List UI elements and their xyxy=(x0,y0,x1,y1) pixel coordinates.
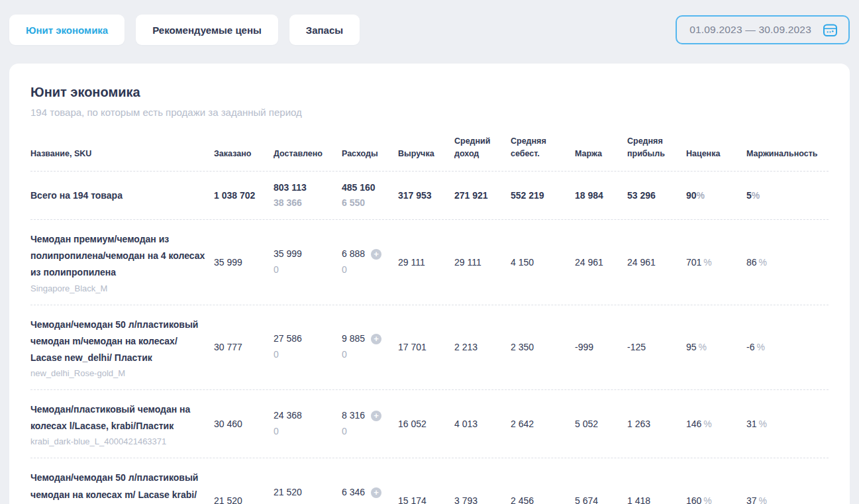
percent-sign: % xyxy=(697,190,705,201)
cell-avg-profit: -125 xyxy=(627,342,686,352)
cell-delivered: 21 520 0 xyxy=(274,485,342,504)
percent-sign: % xyxy=(759,257,767,268)
cell-ordered: 30 777 xyxy=(214,342,274,352)
totals-avg-cost: 552 219 xyxy=(511,190,575,201)
product-cell: Чемодан/пластиковый чемодан на колесах l… xyxy=(30,401,214,446)
percent-sign: % xyxy=(759,495,767,504)
header-avg-cost: Средняя себест. xyxy=(511,135,575,161)
totals-delivered-main: 803 113 xyxy=(274,180,335,195)
cell-avg-cost: 2 456 xyxy=(511,495,575,504)
totals-delivered-sub: 38 366 xyxy=(274,195,335,211)
header-avg-profit: Средняя прибыль xyxy=(627,135,686,161)
header-margin: Маржа xyxy=(575,148,627,160)
add-expense-icon[interactable]: + xyxy=(371,334,381,344)
cell-marginality: 31% xyxy=(746,419,829,429)
percent-sign: % xyxy=(756,342,764,352)
totals-marginality: 5% xyxy=(746,190,829,201)
product-name: Чемодан/чемодан 50 л/пластиковый чемодан… xyxy=(30,470,207,504)
cell-avg-cost: 4 150 xyxy=(511,257,575,268)
cell-avg-income: 2 213 xyxy=(454,342,511,352)
percent-sign: % xyxy=(759,419,767,429)
cell-markup: 146% xyxy=(686,419,746,429)
cell-ordered: 35 999 xyxy=(214,257,274,268)
cell-expenses: 6 346+ 0 xyxy=(342,485,398,504)
header-avg-income: Средний доход xyxy=(454,135,511,161)
tab-bar: Юнит экономика Рекомендуемые цены Запасы xyxy=(9,15,360,45)
cell-markup: 95% xyxy=(686,342,746,352)
cell-revenue: 15 174 xyxy=(398,495,454,504)
product-name: Чемодан/пластиковый чемодан на колесах l… xyxy=(30,401,207,434)
product-cell: Чемодан премиум/чемодан из полипропилена… xyxy=(30,231,214,293)
cell-marginality: 37% xyxy=(746,495,829,504)
cell-markup: 160% xyxy=(686,495,746,504)
table-totals-row: Всего на 194 товара 1 038 702 803 113 38… xyxy=(30,172,829,220)
tab-unit-economics[interactable]: Юнит экономика xyxy=(9,15,125,45)
product-cell: Чемодан/чемодан 50 л/пластиковый чемодан… xyxy=(30,317,214,379)
cell-avg-income: 4 013 xyxy=(454,419,511,429)
totals-avg-profit: 53 296 xyxy=(627,190,686,201)
totals-expenses: 485 160 6 550 xyxy=(342,180,398,211)
cell-revenue: 17 701 xyxy=(398,342,454,352)
percent-sign: % xyxy=(752,190,760,201)
date-range-value: 01.09.2023 — 30.09.2023 xyxy=(689,24,811,36)
product-sku: krabi_dark-blue_L_4000421463371 xyxy=(30,436,207,446)
cell-margin: 5 052 xyxy=(575,419,627,429)
cell-avg-cost: 2 642 xyxy=(511,419,575,429)
product-name: Чемодан/чемодан 50 л/пластиковый чемодан… xyxy=(30,317,207,367)
header-delivered: Доставлено xyxy=(274,148,342,160)
page-title: Юнит экономика xyxy=(30,85,829,100)
cell-avg-income: 29 111 xyxy=(454,257,511,268)
add-expense-icon[interactable]: + xyxy=(371,487,381,498)
cell-revenue: 29 111 xyxy=(398,257,454,268)
tab-recommended-prices[interactable]: Рекомендуемые цены xyxy=(136,15,278,45)
percent-sign: % xyxy=(703,419,711,429)
unit-economics-table: Название, SKU Заказано Доставлено Расход… xyxy=(30,135,829,504)
cell-margin: 5 674 xyxy=(575,495,627,504)
cell-margin: -999 xyxy=(575,342,627,352)
header-expenses: Расходы xyxy=(342,148,398,160)
cell-delivered: 27 586 0 xyxy=(274,331,342,363)
totals-ordered: 1 038 702 xyxy=(214,190,274,201)
totals-avg-income: 271 921 xyxy=(454,190,511,201)
header-name-sku: Название, SKU xyxy=(30,148,214,160)
page-subtitle: 194 товара, по которым есть продажи за з… xyxy=(30,107,829,118)
totals-revenue: 317 953 xyxy=(398,190,454,201)
cell-delivered: 35 999 0 xyxy=(274,246,342,278)
cell-marginality: -6% xyxy=(746,342,829,352)
product-name: Чемодан премиум/чемодан из полипропилена… xyxy=(30,231,207,281)
product-sku: Singapore_Black_M xyxy=(30,283,207,293)
percent-sign: % xyxy=(703,257,711,268)
calendar-icon[interactable] xyxy=(822,22,838,38)
product-sku: new_delhi_Rose-gold_M xyxy=(30,368,207,378)
cell-expenses: 9 885+ 0 xyxy=(342,331,398,363)
cell-expenses: 6 888+ 0 xyxy=(342,246,398,278)
table-row: Чемодан премиум/чемодан из полипропилена… xyxy=(30,220,829,305)
toolbar: Юнит экономика Рекомендуемые цены Запасы… xyxy=(0,0,859,45)
date-range-picker[interactable]: 01.09.2023 — 30.09.2023 xyxy=(676,15,850,44)
totals-expenses-main: 485 160 xyxy=(342,180,391,195)
cell-margin: 24 961 xyxy=(575,257,627,268)
header-marginality: Маржинальность xyxy=(746,148,829,160)
table-row: Чемодан/чемодан 50 л/пластиковый чемодан… xyxy=(30,458,829,504)
unit-economics-card: Юнит экономика 194 товара, по которым ес… xyxy=(9,64,850,504)
totals-margin: 18 984 xyxy=(575,190,627,201)
tab-stocks[interactable]: Запасы xyxy=(289,15,360,45)
product-cell: Чемодан/чемодан 50 л/пластиковый чемодан… xyxy=(30,470,214,504)
totals-delivered: 803 113 38 366 xyxy=(274,180,342,211)
cell-revenue: 16 052 xyxy=(398,419,454,429)
add-expense-icon[interactable]: + xyxy=(371,411,381,421)
header-ordered: Заказано xyxy=(214,148,274,160)
cell-avg-income: 3 793 xyxy=(454,495,511,504)
percent-sign: % xyxy=(699,342,707,352)
percent-sign: % xyxy=(703,495,711,504)
cell-expenses: 8 316+ 0 xyxy=(342,408,398,440)
totals-label: Всего на 194 товара xyxy=(30,190,214,201)
table-header-row: Название, SKU Заказано Доставлено Расход… xyxy=(30,135,829,172)
totals-expenses-sub: 6 550 xyxy=(342,195,391,211)
totals-markup: 90% xyxy=(686,190,746,201)
cell-markup: 701% xyxy=(686,257,746,268)
cell-ordered: 21 520 xyxy=(214,495,274,504)
add-expense-icon[interactable]: + xyxy=(371,249,381,260)
header-revenue: Выручка xyxy=(398,148,454,160)
header-markup: Наценка xyxy=(686,148,746,160)
